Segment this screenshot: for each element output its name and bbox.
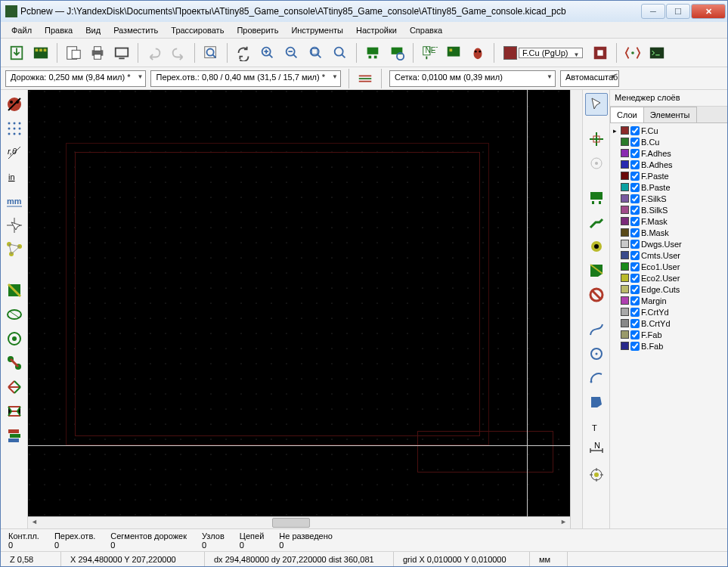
layer-row[interactable]: F.SilkS (612, 193, 726, 204)
minimize-button[interactable]: ─ (641, 4, 665, 19)
bug-icon[interactable] (466, 42, 489, 64)
layer-color-swatch[interactable] (621, 149, 629, 157)
layer-visible-checkbox[interactable] (630, 228, 640, 237)
layer-color-swatch[interactable] (621, 138, 629, 146)
via-sketch-icon[interactable] (3, 327, 26, 350)
redo-button[interactable] (167, 42, 190, 64)
layer-visible-checkbox[interactable] (630, 194, 640, 203)
layer-row[interactable]: B.Paste (612, 181, 726, 193)
layer-row[interactable]: Eco1.User (612, 261, 726, 272)
layer-visible-checkbox[interactable] (630, 172, 640, 181)
layer-row[interactable]: F.Fab (612, 329, 726, 340)
plot-button[interactable] (110, 42, 133, 64)
layer-row[interactable]: Edge.Cuts (612, 284, 726, 295)
track-width-selector[interactable]: Дорожка: 0,250 мм (9,84 мил) * (5, 70, 146, 87)
units-mm-icon[interactable]: mm (3, 190, 26, 212)
layer-row[interactable]: B.Cu (612, 136, 726, 147)
draw-polygon-icon[interactable] (585, 391, 608, 414)
layer-row[interactable]: B.Fab (612, 340, 726, 352)
highlight-net-icon[interactable] (585, 128, 608, 150)
grid-icon[interactable] (3, 117, 26, 140)
menu-file[interactable]: Файл (5, 24, 38, 36)
layer-color-swatch[interactable] (621, 206, 629, 214)
layer-visible-checkbox[interactable] (630, 308, 640, 317)
layer-row[interactable]: Cmts.User (612, 249, 726, 261)
layer-row[interactable]: F.CrtYd (612, 306, 726, 318)
layer-visible-checkbox[interactable] (630, 126, 640, 135)
layer-row[interactable]: Eco2.User (612, 272, 726, 284)
refresh-button[interactable] (232, 42, 255, 64)
add-keepout-icon[interactable] (585, 284, 608, 306)
layer-color-swatch[interactable] (621, 274, 629, 282)
layer-visible-checkbox[interactable] (630, 342, 640, 351)
menu-prefs[interactable]: Настройки (350, 24, 403, 36)
draw-line-icon[interactable] (585, 318, 608, 341)
horizontal-scrollbar[interactable]: ◄► (28, 516, 570, 528)
layer-color-swatch[interactable] (621, 296, 629, 305)
via-size-selector[interactable]: Перех.отв.: 0,80 / 0,40 мм (31,5 / 15,7 … (150, 70, 341, 87)
grid-style-icon[interactable] (357, 70, 373, 87)
tab-items[interactable]: Элементы (643, 107, 697, 122)
maximize-button[interactable]: ☐ (666, 4, 690, 19)
layer-color-swatch[interactable] (621, 251, 629, 259)
pad-sketch-icon[interactable] (3, 303, 26, 326)
ratsnest-icon[interactable] (3, 238, 26, 261)
set-origin-icon[interactable] (585, 463, 608, 486)
menu-route[interactable]: Трассировать (165, 24, 230, 36)
zone-fill-icon[interactable] (3, 279, 26, 302)
layer-visible-checkbox[interactable] (630, 319, 640, 328)
layer-color-swatch[interactable] (621, 342, 629, 350)
add-via-icon[interactable] (585, 235, 608, 258)
add-zone-icon[interactable] (585, 259, 608, 282)
layer-color-swatch[interactable] (621, 319, 629, 327)
vertical-scrollbar[interactable] (570, 90, 582, 528)
menu-inspect[interactable]: Проверить (231, 24, 284, 36)
layer-row[interactable]: B.CrtYd (612, 318, 726, 329)
layer-visible-checkbox[interactable] (630, 296, 640, 305)
tab-layers[interactable]: Слои (610, 107, 644, 122)
select-tool-icon[interactable] (585, 93, 608, 116)
units-inch-icon[interactable]: in (3, 166, 26, 188)
layer-visible-checkbox[interactable] (630, 183, 640, 192)
layer-color-swatch[interactable] (621, 160, 629, 169)
draw-arc-icon[interactable] (585, 367, 608, 389)
layer-visible-checkbox[interactable] (630, 262, 640, 271)
cursor-shape-icon[interactable] (3, 214, 26, 237)
layer-color-swatch[interactable] (621, 240, 629, 248)
layer-visible-checkbox[interactable] (630, 251, 640, 260)
draw-circle-icon[interactable] (585, 342, 608, 365)
menu-help[interactable]: Справка (404, 24, 448, 36)
layer-visible-checkbox[interactable] (630, 285, 640, 294)
polar-coords-icon[interactable]: r,θ (3, 141, 26, 164)
console-button[interactable] (646, 42, 668, 64)
board-setup-button[interactable] (29, 42, 52, 64)
layer-visible-checkbox[interactable] (630, 330, 640, 339)
layer-visible-checkbox[interactable] (630, 240, 640, 249)
zoom-in-button[interactable] (256, 42, 279, 64)
layer-row[interactable]: B.Mask (612, 227, 726, 238)
layer-color-swatch[interactable] (621, 262, 629, 271)
find-button[interactable] (200, 42, 222, 64)
menu-view[interactable]: Вид (79, 24, 107, 36)
scripting-button[interactable] (621, 42, 644, 64)
add-dimension-icon[interactable]: N (585, 439, 608, 462)
layer-row[interactable]: Dwgs.User (612, 238, 726, 249)
layer-color-swatch[interactable] (621, 194, 629, 203)
zoom-selection-button[interactable] (329, 42, 352, 64)
route-track-icon[interactable] (585, 211, 608, 234)
layer-visible-checkbox[interactable] (630, 160, 640, 169)
undo-button[interactable] (143, 42, 166, 64)
menu-edit[interactable]: Правка (39, 24, 79, 36)
close-button[interactable]: ✕ (691, 4, 726, 19)
layer-color-swatch[interactable] (621, 228, 629, 237)
layer-visible-checkbox[interactable] (630, 138, 640, 147)
drc-button[interactable] (442, 42, 465, 64)
footprint-viewer-button[interactable] (386, 42, 408, 64)
layer-row[interactable]: B.SilkS (612, 204, 726, 215)
update-from-schematic-button[interactable]: NET (418, 42, 441, 64)
menu-place[interactable]: Разместить (107, 24, 164, 36)
layer-row[interactable]: F.Adhes (612, 147, 726, 159)
print-button[interactable] (86, 42, 109, 64)
layer-color-swatch[interactable] (621, 285, 629, 293)
layer-color-swatch[interactable] (621, 217, 629, 225)
